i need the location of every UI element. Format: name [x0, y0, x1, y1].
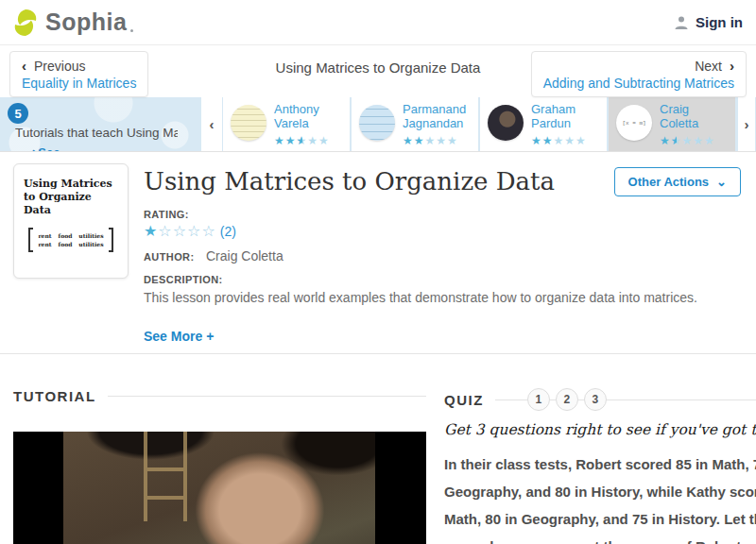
- carousel-prev-button[interactable]: ‹: [201, 97, 222, 151]
- author-name: Craig Coletta: [206, 248, 284, 264]
- description-text: This lesson provides real world examples…: [144, 289, 741, 308]
- star-full-icon: ★: [660, 134, 671, 147]
- user-icon: [674, 15, 689, 30]
- star-empty-icon: ★: [425, 134, 437, 147]
- star-full-icon: ★: [274, 134, 285, 147]
- star-empty-icon: ☆: [158, 222, 172, 240]
- tutor-avatar: [x = m]: [616, 105, 652, 141]
- tutor-name[interactable]: Craig Coletta: [660, 103, 730, 131]
- lesson-info-section: Using Matrices to Organize Data rent foo…: [0, 152, 756, 354]
- quiz-tagline: Get 3 questions right to see if you've g…: [444, 421, 756, 438]
- carousel-next-button[interactable]: ›: [738, 97, 755, 151]
- next-lesson-link[interactable]: Adding and Subtracting Matrices: [543, 76, 734, 91]
- previous-lesson-button[interactable]: ‹ Previous Equality in Matrices: [9, 51, 148, 97]
- tutorial-count-badge: 5: [8, 103, 28, 124]
- tutor-card[interactable]: Anthony Varela★★★★★: [223, 97, 350, 151]
- quiz-section: QUIZ 1 2 3 Get 3 questions right to see …: [444, 354, 756, 544]
- sophia-leaf-icon: [13, 8, 38, 37]
- tutor-rating-stars: ★★★★★: [660, 134, 730, 147]
- other-actions-button[interactable]: Other Actions ⌄: [614, 167, 741, 196]
- star-empty-icon: ★: [704, 134, 715, 147]
- tutor-name[interactable]: Anthony Varela: [274, 103, 344, 131]
- star-full-icon: ★: [285, 134, 297, 147]
- other-actions-label: Other Actions: [628, 175, 709, 189]
- tutor-card[interactable]: Graham Pardun★★★★★: [480, 97, 607, 151]
- logo-wordmark: Sophia: [45, 8, 127, 36]
- lesson-rating: ★☆☆☆☆ (2): [144, 222, 741, 240]
- matrix-bracket-right: [109, 228, 113, 252]
- thumbnail-matrix-graphic: rent food utilities rent food utilities: [24, 228, 118, 252]
- video-ladder-graphic: [144, 432, 187, 521]
- tutor-avatar: [231, 105, 266, 141]
- chevron-left-icon: ‹: [210, 116, 215, 132]
- star-empty-icon: ★: [318, 134, 330, 147]
- quiz-question-text: In their class tests, Robert scored 85 i…: [444, 450, 756, 544]
- tutor-avatar: [359, 105, 395, 141]
- star-full-icon: ★: [531, 134, 542, 147]
- quiz-step-2[interactable]: 2: [556, 388, 578, 411]
- tutor-rating-stars: ★★★★★: [403, 134, 472, 147]
- star-full-icon: ★: [414, 134, 425, 147]
- star-empty-icon: ★: [693, 134, 704, 147]
- star-empty-icon: ★: [682, 134, 694, 147]
- carousel-intro: 5 Tutorials that teach Using Matric ⟶ Se…: [0, 97, 200, 151]
- arrow-right-icon: ⟶: [19, 145, 38, 151]
- star-empty-icon: ★: [564, 134, 576, 147]
- lesson-nav: ‹ Previous Equality in Matrices Using Ma…: [0, 45, 756, 97]
- star-full-icon: ★: [144, 222, 158, 240]
- star-empty-icon: ☆: [187, 222, 201, 240]
- star-half-icon: ★: [297, 134, 308, 147]
- see-all-link[interactable]: ⟶ See All: [19, 145, 63, 151]
- rating-count-link[interactable]: (2): [220, 224, 236, 239]
- previous-label: Previous: [34, 59, 85, 74]
- sign-in-button[interactable]: Sign in: [674, 14, 743, 30]
- sophia-logo[interactable]: Sophia: [13, 8, 127, 37]
- matrix-cell: food: [59, 232, 73, 239]
- star-empty-icon: ★: [447, 134, 458, 147]
- tutor-rating-stars: ★★★★★: [531, 134, 601, 147]
- tutor-name[interactable]: Graham Pardun: [531, 103, 601, 131]
- star-empty-icon: ★: [436, 134, 447, 147]
- author-row: AUTHOR: Craig Coletta: [144, 247, 741, 264]
- star-empty-icon: ★: [554, 134, 565, 147]
- tutor-rating-stars: ★★★★★: [274, 134, 344, 147]
- carousel-heading: Tutorials that teach Using Matric: [15, 126, 178, 140]
- star-empty-icon: ☆: [201, 222, 215, 240]
- tutorial-heading: TUTORIAL: [13, 388, 96, 404]
- star-empty-icon: ★: [576, 134, 587, 147]
- app-header: Sophia Sign in: [0, 0, 756, 45]
- chevron-down-icon: ⌄: [716, 175, 727, 189]
- chevron-left-icon: ‹: [22, 58, 26, 74]
- content-columns: TUTORIAL No compatible source was found …: [0, 354, 756, 544]
- matrix-cell: food: [59, 241, 73, 247]
- quiz-heading: QUIZ: [444, 392, 484, 408]
- tutorial-section: TUTORIAL No compatible source was found: [13, 354, 426, 544]
- quiz-step-1[interactable]: 1: [527, 388, 550, 411]
- video-player[interactable]: No compatible source was found: [13, 432, 426, 544]
- lesson-thumbnail[interactable]: Using Matrices to Organize Data rent foo…: [13, 163, 129, 279]
- tutor-avatar: [488, 105, 524, 141]
- tutor-name[interactable]: Parmanand Jagnandan: [403, 103, 472, 131]
- star-empty-icon: ☆: [173, 222, 187, 240]
- tutor-card[interactable]: [x = m]Craig Coletta★★★★★: [609, 97, 735, 151]
- matrix-cell: rent: [38, 232, 51, 239]
- matrix-cell: utilities: [78, 241, 103, 247]
- chevron-right-icon: ›: [730, 58, 734, 74]
- next-lesson-button[interactable]: Next › Adding and Subtracting Matrices: [531, 51, 747, 97]
- star-half-icon: ★: [671, 134, 682, 147]
- quiz-step-3[interactable]: 3: [584, 388, 607, 411]
- thumbnail-title: Using Matrices to Organize Data: [24, 178, 118, 216]
- chevron-right-icon: ›: [745, 116, 749, 132]
- author-label: AUTHOR:: [144, 251, 195, 263]
- star-full-icon: ★: [542, 134, 554, 147]
- next-label: Next: [695, 59, 722, 74]
- tutor-carousel: 5 Tutorials that teach Using Matric ⟶ Se…: [0, 97, 756, 152]
- rating-label: RATING:: [144, 209, 741, 220]
- tutor-card-list: Anthony Varela★★★★★Parmanand Jagnandan★★…: [223, 97, 737, 151]
- video-frame: [63, 432, 375, 544]
- previous-lesson-link[interactable]: Equality in Matrices: [22, 76, 136, 91]
- tutor-card[interactable]: Parmanand Jagnandan★★★★★: [352, 97, 478, 151]
- star-empty-icon: ★: [307, 134, 318, 147]
- see-more-link[interactable]: See More +: [144, 329, 214, 344]
- sign-in-label: Sign in: [696, 14, 743, 30]
